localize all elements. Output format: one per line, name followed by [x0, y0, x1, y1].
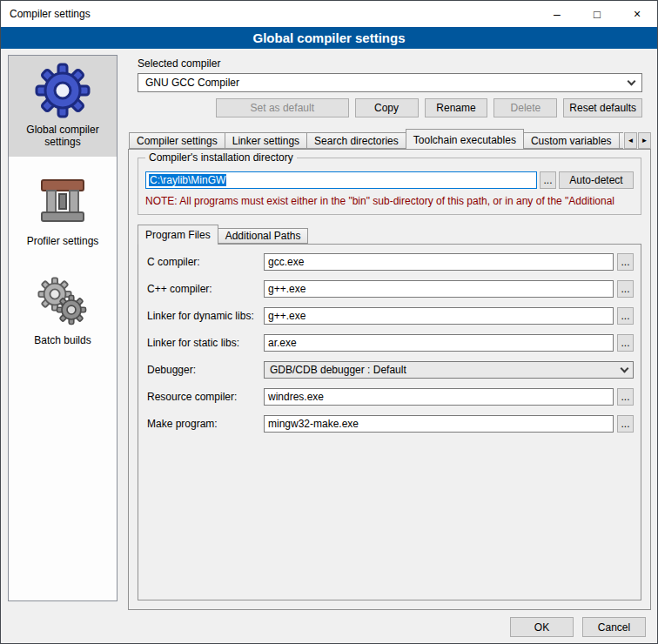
tab-scroll-arrows: ◄ ►	[624, 132, 651, 149]
tab-additional-paths[interactable]: Additional Paths	[218, 228, 309, 244]
debugger-select-value: GDB/CDB debugger : Default	[270, 364, 406, 376]
window-title: Compiler settings	[1, 8, 91, 20]
toolchain-executables-panel: Compiler's installation directory C:\ray…	[128, 149, 651, 610]
sidebar-item-label: Global compiler settings	[10, 124, 115, 148]
tab-build-options[interactable]: Buil	[619, 132, 623, 149]
compiler-buttons-row: Set as default Copy Rename Delete Reset …	[138, 98, 642, 117]
chevron-down-icon	[621, 364, 629, 372]
make-program-browse-button[interactable]: ...	[617, 415, 634, 433]
selected-compiler-label: Selected compiler	[138, 57, 220, 70]
program-tab-strip: Program Files Additional Paths	[138, 225, 307, 244]
static-linker-label: Linker for static libs:	[147, 337, 264, 349]
c-compiler-input[interactable]	[264, 253, 614, 271]
ok-button[interactable]: OK	[510, 617, 574, 637]
install-dir-group-title: Compiler's installation directory	[145, 151, 297, 164]
resource-compiler-input[interactable]	[264, 388, 614, 406]
dialog-header: Global compiler settings	[1, 27, 657, 49]
install-dir-value: C:\raylib\MinGW	[149, 174, 226, 186]
minimize-icon: –	[554, 7, 561, 21]
install-dir-input[interactable]: C:\raylib\MinGW	[145, 171, 537, 189]
profiler-clamp-icon	[35, 174, 91, 230]
chevron-down-icon	[628, 77, 636, 85]
make-program-input[interactable]	[264, 415, 614, 433]
resource-compiler-browse-button[interactable]: ...	[617, 388, 634, 406]
tab-program-files[interactable]: Program Files	[138, 225, 218, 245]
arrow-right-icon: ►	[641, 137, 648, 144]
form-row: Resource compiler: ...	[147, 388, 635, 406]
dynamic-linker-label: Linker for dynamic libs:	[147, 310, 264, 322]
tab-compiler-settings[interactable]: Compiler settings	[129, 132, 225, 149]
form-row: Make program: ...	[147, 415, 635, 433]
tab-linker-settings[interactable]: Linker settings	[225, 132, 307, 149]
install-dir-row: C:\raylib\MinGW ... Auto-detect	[145, 171, 634, 189]
static-linker-input[interactable]	[264, 334, 614, 352]
form-row: C++ compiler: ...	[147, 280, 635, 298]
cpp-compiler-input[interactable]	[264, 280, 614, 298]
install-dir-browse-button[interactable]: ...	[540, 171, 556, 189]
compiler-tab-strip: Compiler settings Linker settings Search…	[129, 129, 623, 149]
make-program-label: Make program:	[147, 418, 264, 430]
compiler-select[interactable]: GNU GCC Compiler	[138, 73, 642, 92]
maximize-icon: □	[594, 8, 601, 21]
form-row: Linker for dynamic libs: ...	[147, 307, 635, 325]
tab-scroll-left-button[interactable]: ◄	[624, 132, 637, 149]
maximize-button[interactable]: □	[577, 1, 617, 27]
rename-button[interactable]: Rename	[425, 98, 488, 117]
close-icon: ×	[634, 7, 641, 21]
sidebar-item-profiler-settings[interactable]: Profiler settings	[9, 167, 117, 256]
window-controls: – □ ×	[537, 1, 657, 27]
sidebar-item-label: Profiler settings	[27, 235, 99, 247]
install-dir-note: NOTE: All programs must exist either in …	[145, 195, 640, 207]
sidebar-item-batch-builds[interactable]: Batch builds	[9, 266, 117, 355]
compiler-settings-window: Compiler settings – □ × Global compiler …	[0, 0, 658, 644]
tab-scroll-right-button[interactable]: ►	[638, 132, 651, 149]
dynamic-linker-input[interactable]	[264, 307, 614, 325]
cpp-compiler-browse-button[interactable]: ...	[617, 280, 634, 298]
tab-toolchain-executables[interactable]: Toolchain executables	[406, 129, 524, 149]
arrow-left-icon: ◄	[628, 137, 634, 144]
compiler-select-value: GNU GCC Compiler	[145, 77, 239, 89]
settings-sidebar: Global compiler settings Profiler settin…	[8, 55, 118, 601]
tab-search-directories[interactable]: Search directories	[306, 132, 406, 149]
titlebar: Compiler settings – □ ×	[1, 1, 657, 27]
auto-detect-button[interactable]: Auto-detect	[559, 171, 634, 189]
minimize-button[interactable]: –	[537, 1, 577, 27]
dialog-header-title: Global compiler settings	[252, 30, 405, 45]
form-row: Linker for static libs: ...	[147, 334, 635, 352]
static-linker-browse-button[interactable]: ...	[617, 334, 634, 352]
debugger-label: Debugger:	[147, 364, 264, 376]
blue-gear-icon	[35, 63, 91, 118]
resource-compiler-label: Resource compiler:	[147, 391, 264, 403]
install-dir-group: Compiler's installation directory C:\ray…	[138, 158, 641, 215]
debugger-select[interactable]: GDB/CDB debugger : Default	[264, 361, 634, 379]
program-files-panel: C compiler: ... C++ compiler: ... Linker…	[138, 244, 641, 600]
copy-button[interactable]: Copy	[355, 98, 419, 117]
sidebar-item-label: Batch builds	[34, 334, 91, 346]
batch-builds-gears-icon	[35, 273, 91, 329]
c-compiler-browse-button[interactable]: ...	[617, 253, 634, 271]
c-compiler-label: C compiler:	[147, 256, 264, 268]
tab-custom-variables[interactable]: Custom variables	[523, 132, 620, 149]
delete-button: Delete	[494, 98, 557, 117]
set-as-default-button: Set as default	[216, 98, 349, 117]
sidebar-item-global-compiler-settings[interactable]: Global compiler settings	[9, 56, 117, 157]
reset-defaults-button[interactable]: Reset defaults	[563, 98, 642, 117]
form-row: C compiler: ...	[147, 253, 635, 271]
main-panel: Selected compiler GNU GCC Compiler Set a…	[127, 55, 652, 610]
cpp-compiler-label: C++ compiler:	[147, 283, 264, 295]
dynamic-linker-browse-button[interactable]: ...	[617, 307, 634, 325]
close-button[interactable]: ×	[617, 1, 657, 27]
cancel-button[interactable]: Cancel	[582, 617, 646, 637]
form-row: Debugger: GDB/CDB debugger : Default	[147, 361, 635, 379]
